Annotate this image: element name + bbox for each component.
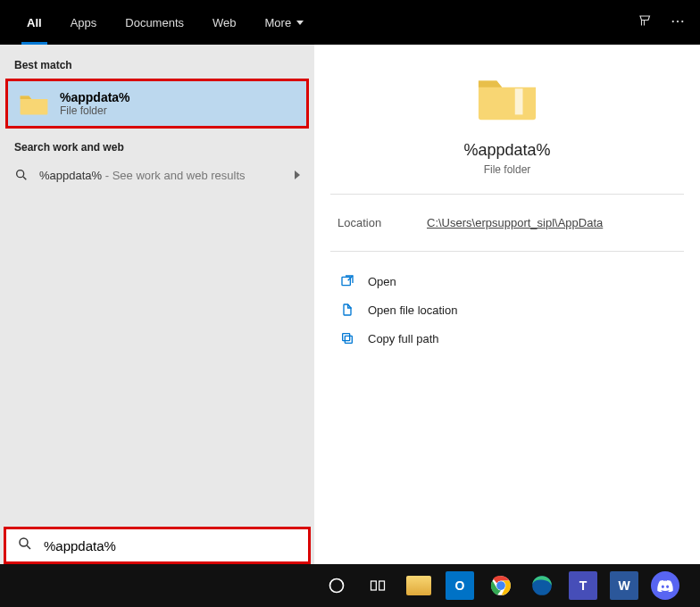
outlook-icon[interactable]: O (443, 569, 477, 603)
file-explorer-icon[interactable] (402, 569, 436, 603)
filter-tabs: All Apps Documents Web More (14, 0, 638, 45)
result-query: %appdata% (39, 169, 102, 182)
file-location-icon (339, 303, 355, 317)
svg-point-0 (672, 20, 674, 21)
location-link[interactable]: C:\Users\erpsupport_sipl\AppData (427, 216, 603, 229)
tab-web[interactable]: Web (200, 0, 249, 45)
tab-label: More (265, 16, 292, 29)
search-icon (17, 536, 33, 555)
best-match-text: %appdata% File folder (60, 90, 130, 117)
action-label: Open file location (368, 304, 457, 317)
best-match-header: Best match (0, 55, 314, 77)
top-bar: All Apps Documents Web More (0, 0, 700, 45)
taskbar: O T W (0, 564, 700, 607)
tab-apps[interactable]: Apps (58, 0, 110, 45)
svg-point-2 (681, 20, 683, 21)
best-match-title: %appdata% (60, 90, 130, 104)
preview-pane: %appdata% File folder Location C:\Users\… (314, 45, 700, 564)
action-label: Copy full path (368, 332, 439, 345)
result-text: %appdata% - See work and web results (39, 169, 284, 182)
preview-header: %appdata% File folder (330, 70, 684, 195)
search-section-header: Search work and web (0, 137, 314, 159)
tab-label: Apps (71, 16, 97, 29)
copy-path-action[interactable]: Copy full path (338, 325, 677, 352)
best-match-item[interactable]: %appdata% File folder (5, 79, 309, 129)
tab-all[interactable]: All (14, 0, 54, 45)
preview-subtitle: File folder (484, 163, 531, 176)
main-content: Best match %appdata% File folder Search … (0, 45, 700, 564)
more-options-icon[interactable] (670, 13, 686, 32)
search-icon (14, 168, 29, 182)
preview-actions: Open Open file location Copy full path (330, 252, 684, 368)
feedback-icon[interactable] (638, 13, 654, 32)
svg-point-3 (17, 170, 24, 178)
topbar-actions (638, 13, 686, 32)
word-icon[interactable]: W (607, 569, 641, 603)
svg-point-9 (330, 579, 344, 593)
svg-rect-5 (342, 277, 350, 285)
location-label: Location (338, 216, 427, 229)
svg-point-13 (496, 581, 505, 590)
cortana-icon[interactable] (320, 569, 354, 603)
discord-icon[interactable] (648, 569, 682, 603)
tab-label: All (27, 16, 42, 29)
preview-title: %appdata% (463, 141, 550, 160)
chevron-down-icon (296, 21, 304, 25)
tab-label: Web (212, 16, 237, 29)
folder-icon (476, 70, 538, 123)
location-row: Location C:\Users\erpsupport_sipl\AppDat… (330, 195, 684, 252)
copy-icon (339, 331, 355, 345)
svg-point-1 (677, 20, 679, 21)
svg-rect-10 (371, 581, 377, 590)
svg-rect-4 (515, 88, 523, 114)
tab-more[interactable]: More (253, 0, 317, 45)
action-label: Open (368, 275, 396, 288)
open-location-action[interactable]: Open file location (338, 296, 677, 323)
edge-icon[interactable] (525, 569, 559, 603)
search-bar[interactable] (4, 527, 311, 564)
tab-label: Documents (125, 16, 184, 29)
teams-icon[interactable]: T (566, 569, 600, 603)
open-action[interactable]: Open (338, 268, 677, 295)
chrome-icon[interactable] (484, 569, 518, 603)
open-icon (339, 274, 355, 288)
folder-icon (19, 91, 49, 116)
chevron-right-icon (295, 170, 300, 179)
results-pane: Best match %appdata% File folder Search … (0, 45, 314, 564)
web-search-result[interactable]: %appdata% - See work and web results (0, 159, 314, 191)
search-input[interactable] (42, 537, 297, 554)
tab-documents[interactable]: Documents (112, 0, 196, 45)
svg-rect-6 (345, 336, 352, 343)
best-match-subtitle: File folder (60, 104, 130, 117)
result-suffix: - See work and web results (102, 169, 245, 182)
svg-rect-7 (343, 334, 350, 341)
svg-point-8 (20, 538, 28, 546)
svg-rect-11 (379, 581, 385, 590)
task-view-icon[interactable] (361, 569, 395, 603)
